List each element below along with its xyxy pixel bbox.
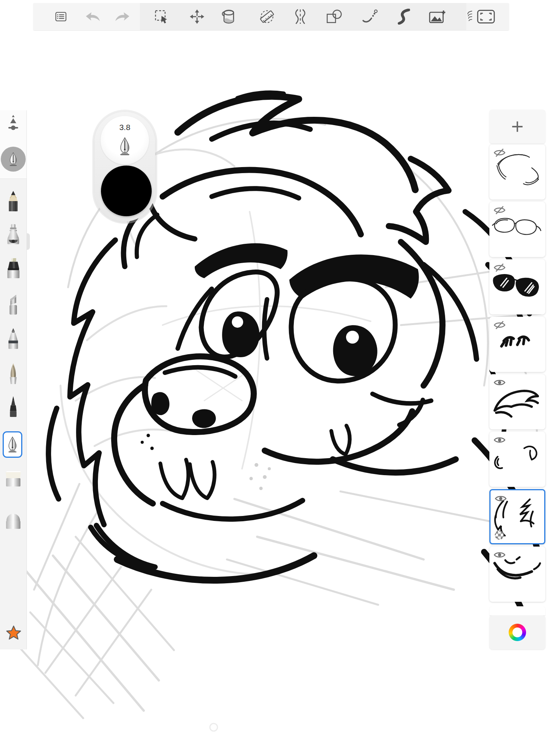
top-toolbar — [33, 3, 509, 30]
layer-tile-8[interactable] — [489, 547, 545, 602]
active-brush-preview[interactable] — [1, 147, 26, 172]
layer-tile-7[interactable] — [489, 489, 545, 544]
predictive-stroke-icon — [362, 9, 378, 24]
layer-tile-9[interactable] — [489, 606, 545, 615]
tool-pencil[interactable] — [5, 189, 22, 213]
eye-icon[interactable] — [494, 378, 506, 387]
drawing-canvas[interactable] — [0, 0, 548, 756]
fill-bucket-icon — [221, 9, 237, 25]
paintbrush-icon — [5, 363, 22, 385]
canvas-anchor-indicator — [210, 723, 217, 731]
toolbar-fullscreen-button[interactable] — [475, 6, 497, 27]
toolbar-predictive-stroke-button[interactable] — [359, 6, 380, 27]
airbrush-icon — [5, 223, 22, 245]
steady-stroke-icon — [397, 9, 411, 25]
tool-chisel[interactable] — [5, 293, 22, 317]
eye-icon[interactable] — [495, 494, 507, 503]
toolbar-shapes-button[interactable] — [324, 6, 345, 27]
layer-tile-3[interactable] — [489, 259, 545, 314]
toolbar-menu-button[interactable] — [50, 6, 71, 27]
eye-off-icon[interactable] — [494, 320, 506, 330]
transparency-lock-icon[interactable] — [494, 530, 505, 540]
layers-panel — [489, 110, 545, 649]
redo-icon — [115, 11, 130, 22]
pen-nib-icon — [7, 435, 18, 454]
undo-icon — [85, 11, 101, 22]
tool-sidebar — [0, 110, 27, 649]
layer-tile-1[interactable] — [489, 144, 545, 200]
sidebar-drag-handle[interactable] — [26, 233, 30, 250]
color-wheel-icon[interactable] — [509, 624, 526, 641]
tool-eraser-soft[interactable] — [5, 510, 22, 534]
toolbar-import-image-button[interactable] — [427, 6, 448, 27]
fineliner-icon — [5, 396, 22, 418]
eraser-soft-icon — [3, 513, 23, 531]
symmetry-icon — [292, 9, 308, 25]
import-image-icon — [429, 9, 446, 24]
eye-off-icon[interactable] — [494, 263, 506, 273]
toolbar-guides-button[interactable] — [256, 6, 278, 27]
pen-nib-icon — [8, 151, 18, 167]
star-icon[interactable] — [6, 625, 22, 640]
marker-icon — [5, 257, 22, 279]
toolbar-steady-stroke-button[interactable] — [393, 6, 414, 27]
partial-fan-icon — [466, 9, 473, 25]
tool-eraser-hard[interactable] — [5, 467, 22, 491]
tool-marker[interactable] — [5, 256, 22, 280]
brush-size-slider-icon[interactable] — [4, 114, 22, 134]
selection-icon — [154, 9, 169, 24]
eraser-hard-icon — [3, 470, 23, 488]
eye-icon[interactable] — [494, 435, 506, 445]
transform-icon — [189, 9, 205, 24]
toolbar-transform-button[interactable] — [186, 6, 208, 27]
brush-puck: 3.8 — [95, 112, 155, 222]
pencil-icon — [5, 190, 22, 212]
toolbar-fill-button[interactable] — [218, 6, 239, 27]
brush-size-value: 3.8 — [101, 123, 149, 132]
tool-airbrush[interactable] — [5, 222, 22, 246]
ballpoint-icon — [5, 328, 22, 350]
chisel-icon — [5, 294, 22, 316]
add-layer-button[interactable] — [489, 110, 545, 144]
pencil-sketch-layer — [15, 119, 541, 718]
layer-tile-6[interactable] — [489, 432, 545, 487]
layer-tile-5[interactable] — [489, 374, 545, 429]
eye-off-icon[interactable] — [494, 205, 506, 215]
layer-tile-4[interactable] — [489, 317, 545, 372]
tool-sidebar-header — [0, 110, 26, 179]
eye-icon[interactable] — [494, 550, 506, 560]
tool-paintbrush[interactable] — [5, 362, 22, 386]
tool-ballpoint[interactable] — [5, 327, 22, 351]
menu-icon — [55, 12, 67, 22]
brush-color-puck[interactable] — [101, 166, 152, 216]
brush-size-puck[interactable]: 3.8 — [101, 116, 149, 164]
toolbar-collapsed-tool-button[interactable] — [466, 6, 475, 27]
fullscreen-icon — [477, 9, 495, 24]
ruler-icon — [259, 8, 275, 25]
toolbar-symmetry-button[interactable] — [290, 6, 311, 27]
toolbar-selection-button[interactable] — [151, 6, 172, 27]
layer-tile-2[interactable] — [489, 202, 545, 257]
tool-fineliner[interactable] — [5, 395, 22, 419]
pen-nib-icon — [118, 136, 131, 157]
toolbar-redo-button[interactable] — [112, 6, 133, 27]
layer-thumbnail-partial-layer — [489, 606, 545, 615]
toolbar-undo-button[interactable] — [82, 6, 103, 27]
eye-off-icon[interactable] — [494, 148, 506, 158]
color-picker-tile — [489, 615, 545, 649]
tool-ink-pen[interactable] — [3, 431, 22, 458]
shapes-icon — [326, 9, 343, 24]
plus-icon — [510, 119, 525, 134]
